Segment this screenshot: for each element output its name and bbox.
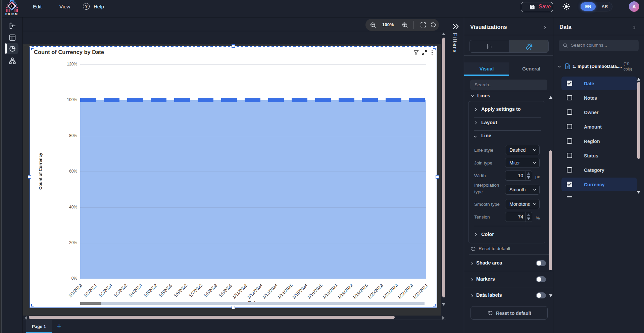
svg-text:PRISM: PRISM	[5, 12, 18, 16]
